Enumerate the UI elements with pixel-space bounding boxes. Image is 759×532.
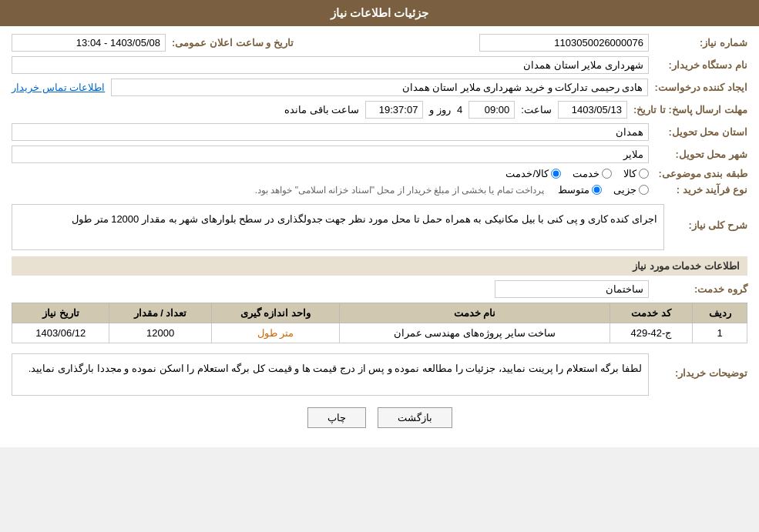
radio-khadamat-input[interactable] — [602, 169, 612, 179]
th-tarikh: تاریخ نیاز — [12, 303, 109, 323]
th-radif: ردیف — [693, 303, 747, 323]
mohlat-rooz-label: روز و — [429, 104, 451, 115]
ostan-tahvil-label: استان محل تحویل: — [655, 126, 747, 138]
nam-dastgah-label: نام دستگاه خریدار: — [655, 59, 747, 71]
mohlat-row: مهلت ارسال پاسخ: تا تاریخ: 1403/05/13 سا… — [12, 101, 747, 119]
cell-radif: 1 — [693, 323, 747, 343]
shomara-niaz-label: شماره نیاز: — [655, 37, 747, 49]
gorohe-khadamat-value: ساختمان — [495, 280, 649, 298]
radio-khadamat-label: خدمت — [573, 168, 599, 179]
print-button[interactable]: چاپ — [307, 407, 366, 428]
gorohe-khadamat-label: گروه خدمت: — [655, 283, 747, 295]
tarikh-elaan-label: تاریخ و ساعت اعلان عمومی: — [172, 37, 294, 49]
tabaqe-row: طبقه بندی موضوعی: کالا خدمت کالا/خدمت — [12, 168, 747, 179]
shahr-tahvil-label: شهر محل تحویل: — [655, 149, 747, 160]
ijad-konande-row: ایجاد کننده درخواست: هادی رحیمی تدارکات … — [12, 79, 747, 96]
mohlat-saat2-value: 19:37:07 — [365, 101, 423, 119]
tabaqe-radio-group: کالا خدمت کالا/خدمت — [505, 168, 649, 179]
tabaqe-bandie-label: طبقه بندی موضوعی: — [655, 168, 747, 179]
radio-kala-khadamat-input[interactable] — [551, 169, 561, 179]
shomara-niaz-row: شماره نیاز: 1103050026000076 تاریخ و ساع… — [12, 34, 747, 52]
radio-kala[interactable]: کالا — [623, 168, 649, 179]
radio-kala-khadamat-label: کالا/خدمت — [505, 168, 549, 179]
th-kod: کد خدمت — [610, 303, 693, 323]
mohlat-ersal-label: مهلت ارسال پاسخ: تا تاریخ: — [633, 104, 747, 115]
radio-mottaset[interactable]: متوسط — [558, 184, 602, 196]
radio-kala-khadamat[interactable]: کالا/خدمت — [505, 168, 561, 179]
shomara-niaz-value: 1103050026000076 — [479, 34, 649, 52]
nam-dastgah-row: نام دستگاه خریدار: شهرداری ملایر استان ه… — [12, 56, 747, 74]
radio-kala-input[interactable] — [639, 169, 649, 179]
noe-note: پرداخت تمام یا بخشی از مبلغ خریدار از مح… — [255, 185, 544, 196]
mohlat-baqi-label: ساعت باقی مانده — [284, 104, 359, 115]
table-row: 1 ج-42-429 ساخت سایر پروژه‌های مهندسی عم… — [12, 323, 747, 343]
tosihiat-label: توضیحات خریدار: — [655, 367, 747, 379]
radio-jozyi[interactable]: جزیی — [613, 184, 649, 196]
noe-radio-group: جزیی متوسط — [558, 184, 649, 196]
bottom-buttons: بازگشت چاپ — [12, 407, 747, 428]
sharh-value: اجرای کنده کاری و پی کنی با بیل مکانیکی … — [12, 204, 664, 250]
tosihiat-row: توضیحات خریدار: لطفا برگه استعلام را پری… — [12, 350, 747, 396]
nam-dastgah-value: شهرداری ملایر استان همدان — [12, 56, 649, 74]
mohlat-saat-label: ساعت: — [521, 104, 552, 115]
radio-khadamat[interactable]: خدمت — [573, 168, 612, 179]
mohlat-date-value: 1403/05/13 — [558, 101, 627, 119]
noe-farayand-label: نوع فرآیند خرید : — [655, 184, 747, 196]
tarikh-elaan-value: 1403/05/08 - 13:04 — [12, 34, 166, 52]
tosihiat-value: لطفا برگه استعلام را پرینت نمایید، جزئیا… — [12, 353, 649, 396]
radio-jozyi-input[interactable] — [639, 185, 649, 195]
ostan-tahvil-value: همدان — [12, 123, 649, 141]
page-header: جزئیات اطلاعات نیاز — [0, 0, 759, 26]
khadamat-section-header: اطلاعات خدمات مورد نیاز — [12, 256, 747, 276]
radio-mottaset-label: متوسط — [558, 184, 589, 196]
th-tedad: تعداد / مقدار — [109, 303, 211, 323]
mohlat-rooz-value: 4 — [457, 104, 462, 115]
sharh-label: شرح کلی نیاز: — [670, 219, 747, 231]
cell-kod: ج-42-429 — [610, 323, 693, 343]
cell-tedad: 12000 — [109, 323, 211, 343]
service-table: ردیف کد خدمت نام خدمت واحد اندازه گیری ت… — [12, 303, 747, 343]
content-area: شماره نیاز: 1103050026000076 تاریخ و ساع… — [0, 26, 759, 447]
khadamat-mored-label: اطلاعات خدمات مورد نیاز — [633, 260, 740, 272]
ettelaat-tamas-link[interactable]: اطلاعات تماس خریدار — [12, 82, 105, 93]
header-title: جزئیات اطلاعات نیاز — [331, 6, 428, 19]
gorohe-khadamat-row: گروه خدمت: ساختمان — [12, 280, 747, 298]
noe-farayand-row: نوع فرآیند خرید : جزیی متوسط پرداخت تمام… — [12, 184, 747, 196]
cell-tarikh: 1403/06/12 — [12, 323, 109, 343]
mohlat-saat-value: 09:00 — [468, 101, 515, 119]
back-button[interactable]: بازگشت — [378, 407, 452, 428]
th-nam: نام خدمت — [340, 303, 610, 323]
radio-kala-label: کالا — [623, 168, 636, 179]
shahr-row: شهر محل تحویل: ملایر — [12, 146, 747, 163]
shahr-tahvil-value: ملایر — [12, 146, 649, 163]
ostan-row: استان محل تحویل: همدان — [12, 123, 747, 141]
sharh-row: شرح کلی نیاز: اجرای کنده کاری و پی کنی ب… — [12, 200, 747, 250]
radio-jozyi-label: جزیی — [613, 184, 636, 196]
th-vahed: واحد اندازه گیری — [211, 303, 340, 323]
radio-mottaset-input[interactable] — [592, 185, 602, 195]
cell-nam: ساخت سایر پروژه‌های مهندسی عمران — [340, 323, 610, 343]
ijad-konande-value: هادی رحیمی تدارکات و خرید شهرداری ملایر … — [111, 79, 648, 96]
page-container: جزئیات اطلاعات نیاز شماره نیاز: 11030500… — [0, 0, 759, 447]
cell-vahed: متر طول — [211, 323, 340, 343]
ijad-konande-label: ایجاد کننده درخواست: — [654, 82, 747, 93]
